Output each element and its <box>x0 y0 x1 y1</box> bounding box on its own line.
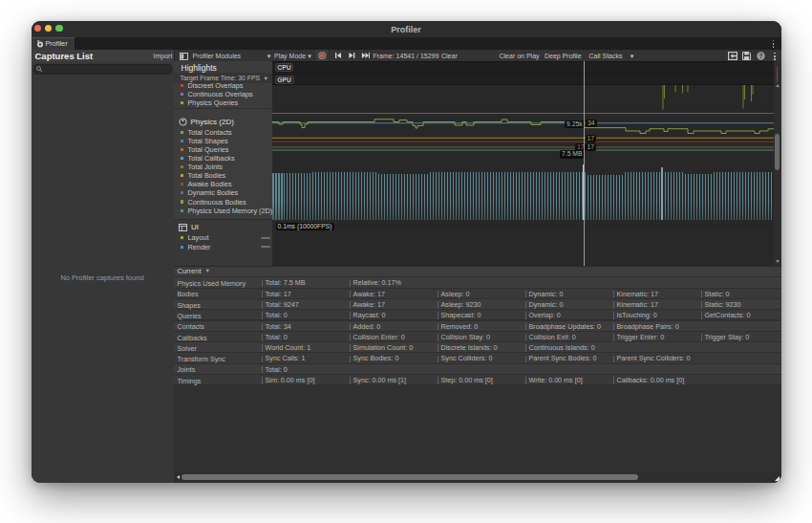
svg-text:?: ? <box>759 53 762 59</box>
